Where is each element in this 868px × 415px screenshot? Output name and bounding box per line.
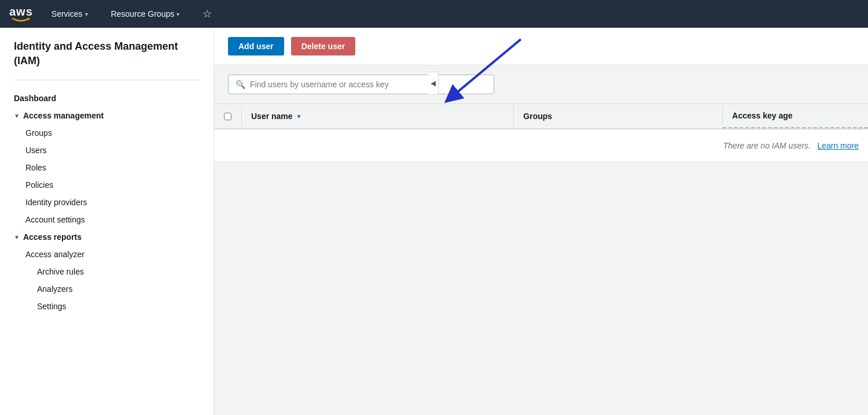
access-reports-label: Access reports — [23, 232, 82, 242]
sidebar: Identity and Access Management (IAM) Das… — [0, 28, 214, 415]
access-reports-arrow-icon: ▼ — [14, 234, 20, 240]
empty-state-row: There are no IAM users. Learn more — [214, 129, 868, 162]
services-arrow-icon: ▾ — [85, 11, 88, 17]
search-input[interactable] — [250, 80, 487, 89]
table-header: User name ▼ Groups Access key age — [214, 103, 868, 129]
access-management-label: Access management — [23, 111, 104, 120]
username-column-label: User name — [251, 112, 293, 121]
groups-column-label: Groups — [523, 112, 552, 121]
delete-user-button[interactable]: Delete user — [291, 37, 355, 55]
users-table: User name ▼ Groups Access key age There … — [214, 103, 868, 162]
sidebar-item-groups[interactable]: Groups — [0, 124, 214, 142]
aws-smile-icon — [10, 17, 31, 22]
search-bar-container: 🔍 — [214, 65, 868, 103]
main-layout: Identity and Access Management (IAM) Das… — [0, 28, 868, 415]
resource-groups-label: Resource Groups — [111, 9, 175, 18]
top-navigation: aws Services ▾ Resource Groups ▾ ☆ — [0, 0, 868, 28]
sidebar-item-dashboard[interactable]: Dashboard — [0, 90, 214, 107]
sidebar-section-access-reports[interactable]: ▼ Access reports — [0, 228, 214, 246]
select-all-checkbox-cell[interactable] — [214, 106, 242, 127]
sidebar-item-archive-rules[interactable]: Archive rules — [0, 263, 214, 280]
column-header-groups[interactable]: Groups — [514, 105, 723, 128]
services-menu[interactable]: Services ▾ — [47, 7, 93, 21]
sidebar-section-access-management[interactable]: ▼ Access management — [0, 107, 214, 124]
column-header-access-key-age[interactable]: Access key age — [723, 104, 868, 128]
sidebar-item-settings[interactable]: Settings — [0, 298, 214, 315]
learn-more-link[interactable]: Learn more — [817, 141, 859, 150]
sidebar-item-roles[interactable]: Roles — [0, 159, 214, 176]
search-icon: 🔍 — [236, 80, 245, 89]
main-wrapper: ◀ Add user Delete user 🔍 — [214, 28, 868, 162]
resource-groups-menu[interactable]: Resource Groups ▾ — [106, 7, 185, 21]
toolbar: Add user Delete user — [214, 28, 868, 65]
sidebar-item-policies[interactable]: Policies — [0, 176, 214, 194]
empty-state-text: There are no IAM users. — [723, 141, 811, 150]
access-management-arrow-icon: ▼ — [14, 113, 20, 119]
sidebar-divider — [14, 80, 200, 80]
sidebar-item-account-settings[interactable]: Account settings — [0, 211, 214, 228]
main-content: ◀ Add user Delete user 🔍 — [214, 28, 868, 415]
column-header-username[interactable]: User name ▼ — [242, 105, 514, 128]
sidebar-item-users[interactable]: Users — [0, 142, 214, 159]
sidebar-title: Identity and Access Management (IAM) — [0, 39, 214, 77]
access-key-age-column-label: Access key age — [732, 111, 792, 120]
sort-arrow-icon: ▼ — [296, 113, 302, 120]
resource-groups-arrow-icon: ▾ — [176, 11, 179, 17]
bookmark-icon[interactable]: ☆ — [198, 5, 216, 23]
aws-logo[interactable]: aws — [9, 6, 33, 22]
aws-logo-text: aws — [9, 6, 33, 17]
sidebar-item-analyzers[interactable]: Analyzers — [0, 280, 214, 298]
sidebar-item-access-analyzer[interactable]: Access analyzer — [0, 246, 214, 263]
sidebar-item-identity-providers[interactable]: Identity providers — [0, 194, 214, 211]
add-user-button[interactable]: Add user — [228, 37, 284, 55]
select-all-checkbox[interactable] — [224, 113, 231, 120]
search-bar: 🔍 — [228, 75, 494, 94]
sidebar-toggle-button[interactable]: ◀ — [428, 72, 439, 95]
services-label: Services — [52, 9, 83, 18]
